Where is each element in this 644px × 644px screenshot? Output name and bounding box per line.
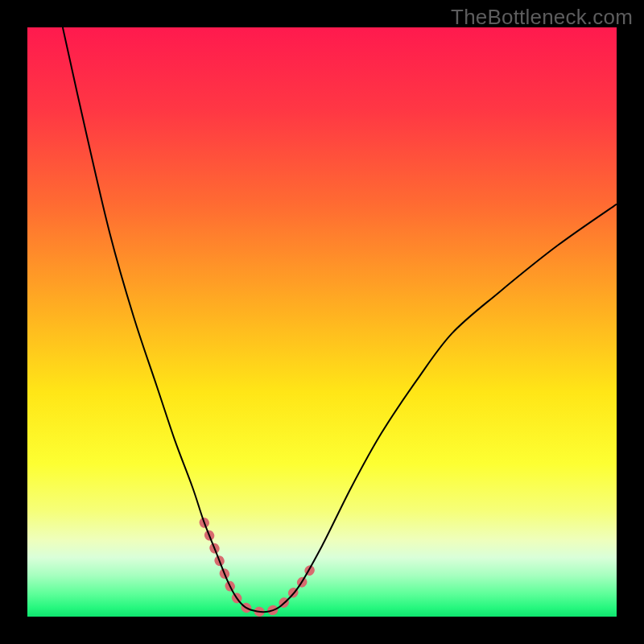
plot-area	[27, 27, 617, 617]
highlight-path	[204, 522, 311, 612]
stage: TheBottleneck.com	[0, 0, 644, 644]
watermark-text: TheBottleneck.com	[451, 5, 633, 30]
main-curve-path	[63, 27, 617, 612]
curve-layer	[27, 27, 617, 617]
